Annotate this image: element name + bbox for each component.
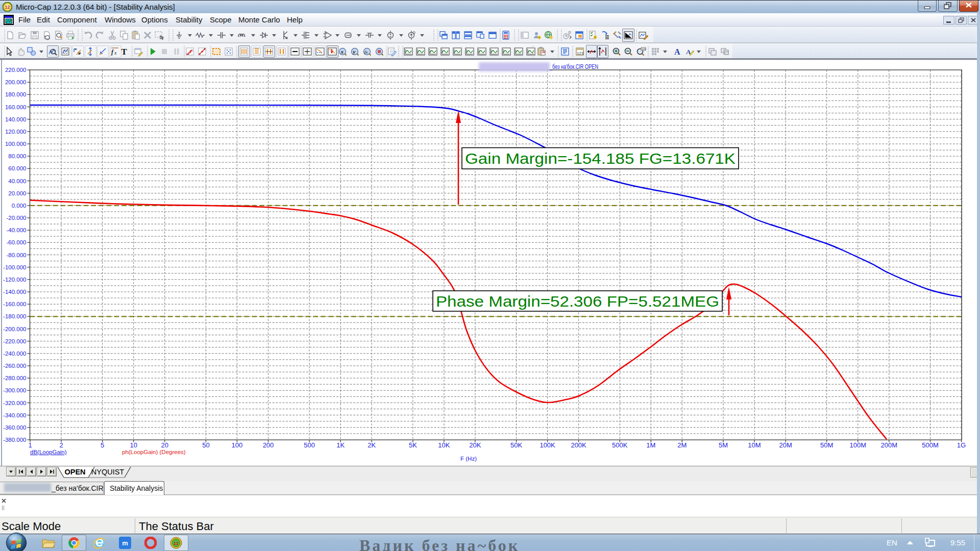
svg-text:100M: 100M <box>850 441 867 449</box>
svg-text:F (Hz): F (Hz) <box>460 456 477 462</box>
svg-text:m: m <box>122 539 128 547</box>
svg-text:NYQUIST: NYQUIST <box>91 468 125 476</box>
svg-text:60.000: 60.000 <box>8 165 26 171</box>
svg-text:-240.000: -240.000 <box>3 350 26 357</box>
svg-text:-260.000: -260.000 <box>3 363 26 369</box>
svg-text:1G: 1G <box>957 441 966 449</box>
svg-text:-60.000: -60.000 <box>6 239 26 245</box>
svg-text:160.000: 160.000 <box>5 104 27 110</box>
svg-text:180.000: 180.000 <box>5 91 27 97</box>
svg-text:12: 12 <box>174 541 179 546</box>
svg-text:-280.000: -280.000 <box>3 375 26 381</box>
svg-text:200.000: 200.000 <box>5 79 27 85</box>
svg-text:100K: 100K <box>540 441 555 449</box>
svg-text:20.000: 20.000 <box>8 190 26 196</box>
svg-text:50K: 50K <box>510 441 522 449</box>
svg-text:1M: 1M <box>646 441 655 449</box>
svg-text:-100.000: -100.000 <box>3 264 26 270</box>
svg-text:10K: 10K <box>438 441 450 449</box>
svg-text:-120.000: -120.000 <box>3 277 26 283</box>
svg-text:500K: 500K <box>612 441 628 449</box>
svg-text:500M: 500M <box>922 441 939 449</box>
svg-text:500: 500 <box>304 441 315 449</box>
svg-text:-380.000: -380.000 <box>3 437 26 443</box>
svg-text:_без на'бок.CIR OPEN: _без на'бок.CIR OPEN <box>549 63 598 70</box>
svg-text:20M: 20M <box>779 441 792 449</box>
svg-text:2: 2 <box>59 441 63 449</box>
svg-text:1: 1 <box>28 441 32 449</box>
svg-text:-340.000: -340.000 <box>3 412 26 418</box>
svg-text:OPEN: OPEN <box>64 468 85 476</box>
svg-text:50M: 50M <box>820 441 833 449</box>
svg-text:1K: 1K <box>336 441 345 449</box>
svg-text:0.000: 0.000 <box>12 203 27 209</box>
svg-text:80.000: 80.000 <box>8 153 26 159</box>
svg-text:-360.000: -360.000 <box>3 424 26 431</box>
svg-text:5M: 5M <box>719 441 728 449</box>
svg-text:10M: 10M <box>748 441 761 449</box>
svg-text:100.000: 100.000 <box>5 141 27 147</box>
svg-text:-80.000: -80.000 <box>6 252 26 258</box>
svg-text:Phase Margin=52.306 FP=5.521ME: Phase Margin=52.306 FP=5.521MEG <box>436 293 719 310</box>
svg-text:-140.000: -140.000 <box>3 289 26 295</box>
svg-text:200M: 200M <box>881 441 898 449</box>
svg-text:-180.000: -180.000 <box>3 313 26 319</box>
svg-text:12: 12 <box>5 5 10 10</box>
svg-text:2K: 2K <box>368 441 376 449</box>
svg-text:-300.000: -300.000 <box>3 387 26 393</box>
svg-text:100: 100 <box>232 441 243 449</box>
svg-text:200K: 200K <box>571 441 586 449</box>
svg-text:2M: 2M <box>677 441 687 449</box>
svg-text:200: 200 <box>263 441 274 449</box>
svg-text:-220.000: -220.000 <box>3 338 26 344</box>
svg-text:50: 50 <box>202 441 209 449</box>
svg-text:40.000: 40.000 <box>8 178 26 184</box>
svg-text:-40.000: -40.000 <box>6 227 26 233</box>
svg-text:140.000: 140.000 <box>5 116 27 122</box>
svg-text:-200.000: -200.000 <box>3 326 26 332</box>
svg-text:5K: 5K <box>409 441 417 449</box>
svg-text:20: 20 <box>161 441 168 449</box>
svg-text:5: 5 <box>101 441 104 449</box>
svg-text:dB(LoopGain): dB(LoopGain) <box>30 449 67 455</box>
svg-text:-20.000: -20.000 <box>6 215 26 221</box>
svg-text:10: 10 <box>130 441 137 449</box>
svg-text:-160.000: -160.000 <box>3 301 26 307</box>
svg-text:ph(LoopGain) (Degrees): ph(LoopGain) (Degrees) <box>122 449 186 455</box>
svg-text:220.000: 220.000 <box>5 67 27 73</box>
svg-text:120.000: 120.000 <box>5 129 27 135</box>
svg-text:-320.000: -320.000 <box>3 400 26 406</box>
svg-text:Gain Margin=-154.185 FG=13.671: Gain Margin=-154.185 FG=13.671K <box>465 150 736 167</box>
svg-text:20K: 20K <box>469 441 481 449</box>
